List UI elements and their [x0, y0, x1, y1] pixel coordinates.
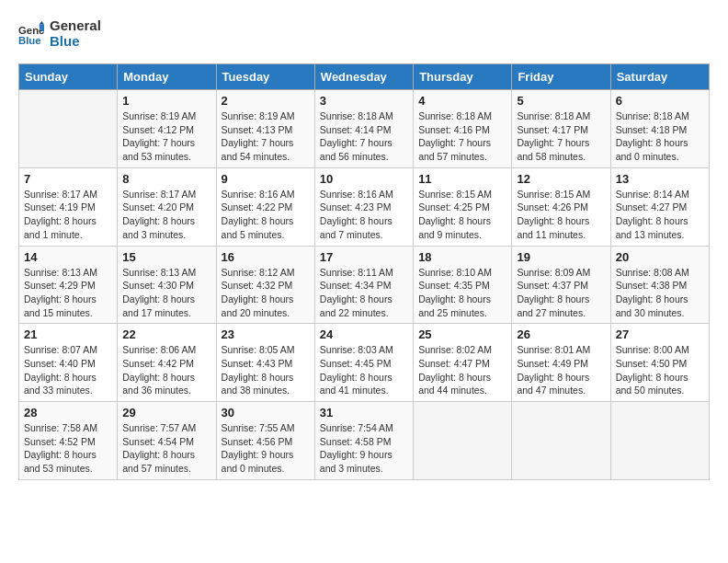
day-info: Sunrise: 7:54 AMSunset: 4:58 PMDaylight:… — [320, 422, 393, 474]
calendar-cell: 24 Sunrise: 8:03 AMSunset: 4:45 PMDaylig… — [314, 324, 413, 402]
day-number: 18 — [418, 250, 506, 264]
calendar-cell: 1 Sunrise: 8:19 AMSunset: 4:12 PMDayligh… — [118, 90, 216, 168]
calendar-cell: 31 Sunrise: 7:54 AMSunset: 4:58 PMDaylig… — [314, 402, 413, 480]
calendar-week-2: 7 Sunrise: 8:17 AMSunset: 4:19 PMDayligh… — [19, 167, 710, 246]
svg-text:Blue: Blue — [18, 35, 41, 46]
day-number: 26 — [517, 327, 605, 341]
day-number: 29 — [122, 406, 210, 419]
day-number: 5 — [517, 94, 605, 108]
logo: General Blue General Blue — [18, 18, 101, 49]
day-info: Sunrise: 8:00 AMSunset: 4:50 PMDaylight:… — [616, 344, 689, 396]
calendar-cell: 3 Sunrise: 8:18 AMSunset: 4:14 PMDayligh… — [314, 90, 413, 168]
day-number: 19 — [517, 250, 605, 264]
calendar-cell: 14 Sunrise: 8:13 AMSunset: 4:29 PMDaylig… — [19, 246, 118, 324]
calendar-cell: 6 Sunrise: 8:18 AMSunset: 4:18 PMDayligh… — [610, 90, 709, 168]
calendar-cell — [512, 402, 610, 480]
day-info: Sunrise: 8:17 AMSunset: 4:20 PMDaylight:… — [122, 189, 196, 240]
day-info: Sunrise: 8:06 AMSunset: 4:42 PMDaylight:… — [122, 344, 196, 396]
calendar-cell: 13 Sunrise: 8:14 AMSunset: 4:27 PMDaylig… — [610, 167, 709, 246]
calendar-cell: 5 Sunrise: 8:18 AMSunset: 4:17 PMDayligh… — [512, 90, 610, 168]
calendar-cell: 21 Sunrise: 8:07 AMSunset: 4:40 PMDaylig… — [19, 324, 118, 402]
calendar-cell: 7 Sunrise: 8:17 AMSunset: 4:19 PMDayligh… — [19, 167, 118, 246]
day-number: 8 — [122, 172, 210, 186]
day-info: Sunrise: 8:18 AMSunset: 4:16 PMDaylight:… — [418, 110, 492, 162]
day-info: Sunrise: 8:02 AMSunset: 4:47 PMDaylight:… — [418, 344, 492, 396]
day-number: 7 — [24, 172, 112, 186]
calendar-cell — [414, 402, 512, 480]
day-number: 27 — [616, 327, 704, 341]
day-info: Sunrise: 8:18 AMSunset: 4:18 PMDaylight:… — [616, 110, 689, 162]
day-info: Sunrise: 8:18 AMSunset: 4:17 PMDaylight:… — [517, 110, 590, 162]
calendar-cell: 10 Sunrise: 8:16 AMSunset: 4:23 PMDaylig… — [314, 167, 413, 246]
day-number: 1 — [122, 94, 210, 108]
day-number: 11 — [418, 172, 506, 186]
day-number: 2 — [222, 94, 310, 108]
day-number: 21 — [24, 327, 112, 341]
calendar-cell: 23 Sunrise: 8:05 AMSunset: 4:43 PMDaylig… — [216, 324, 314, 402]
day-number: 17 — [320, 250, 408, 264]
logo-text-general: General — [50, 18, 101, 34]
day-header-thursday: Thursday — [414, 64, 512, 90]
calendar-cell: 26 Sunrise: 8:01 AMSunset: 4:49 PMDaylig… — [512, 324, 610, 402]
day-info: Sunrise: 8:19 AMSunset: 4:12 PMDaylight:… — [122, 110, 196, 162]
calendar-cell: 15 Sunrise: 8:13 AMSunset: 4:30 PMDaylig… — [118, 246, 216, 324]
day-number: 15 — [122, 250, 210, 264]
day-info: Sunrise: 8:10 AMSunset: 4:35 PMDaylight:… — [418, 267, 492, 318]
day-number: 9 — [222, 172, 310, 186]
day-info: Sunrise: 8:15 AMSunset: 4:26 PMDaylight:… — [517, 189, 590, 240]
day-header-friday: Friday — [512, 64, 610, 90]
calendar-cell: 28 Sunrise: 7:58 AMSunset: 4:52 PMDaylig… — [19, 402, 118, 480]
calendar-cell: 19 Sunrise: 8:09 AMSunset: 4:37 PMDaylig… — [512, 246, 610, 324]
calendar-cell: 4 Sunrise: 8:18 AMSunset: 4:16 PMDayligh… — [414, 90, 512, 168]
day-info: Sunrise: 8:07 AMSunset: 4:40 PMDaylight:… — [24, 344, 97, 396]
day-number: 31 — [320, 406, 408, 419]
day-info: Sunrise: 8:16 AMSunset: 4:23 PMDaylight:… — [320, 189, 393, 240]
day-header-saturday: Saturday — [610, 64, 709, 90]
day-number: 20 — [616, 250, 704, 264]
day-info: Sunrise: 8:05 AMSunset: 4:43 PMDaylight:… — [222, 344, 295, 396]
svg-marker-3 — [40, 21, 44, 25]
day-header-sunday: Sunday — [19, 64, 118, 90]
day-number: 25 — [418, 327, 506, 341]
calendar-cell: 22 Sunrise: 8:06 AMSunset: 4:42 PMDaylig… — [118, 324, 216, 402]
day-number: 13 — [616, 172, 704, 186]
day-info: Sunrise: 7:58 AMSunset: 4:52 PMDaylight:… — [24, 422, 97, 474]
day-info: Sunrise: 8:18 AMSunset: 4:14 PMDaylight:… — [320, 110, 393, 162]
day-info: Sunrise: 8:15 AMSunset: 4:25 PMDaylight:… — [418, 189, 492, 240]
day-number: 10 — [320, 172, 408, 186]
calendar-cell: 9 Sunrise: 8:16 AMSunset: 4:22 PMDayligh… — [216, 167, 314, 246]
calendar-week-1: 1 Sunrise: 8:19 AMSunset: 4:12 PMDayligh… — [19, 90, 710, 168]
day-number: 6 — [616, 94, 704, 108]
day-info: Sunrise: 8:17 AMSunset: 4:19 PMDaylight:… — [24, 189, 97, 240]
logo-text-blue: Blue — [50, 34, 101, 50]
calendar-table: SundayMondayTuesdayWednesdayThursdayFrid… — [18, 63, 710, 480]
day-number: 28 — [24, 406, 112, 419]
day-info: Sunrise: 8:12 AMSunset: 4:32 PMDaylight:… — [222, 267, 295, 318]
day-info: Sunrise: 8:08 AMSunset: 4:38 PMDaylight:… — [616, 267, 689, 318]
day-header-wednesday: Wednesday — [314, 64, 413, 90]
calendar-cell: 11 Sunrise: 8:15 AMSunset: 4:25 PMDaylig… — [414, 167, 512, 246]
day-info: Sunrise: 8:11 AMSunset: 4:34 PMDaylight:… — [320, 267, 393, 318]
day-number: 23 — [222, 327, 310, 341]
calendar-week-5: 28 Sunrise: 7:58 AMSunset: 4:52 PMDaylig… — [19, 402, 710, 480]
day-number: 30 — [222, 406, 310, 419]
calendar-cell: 25 Sunrise: 8:02 AMSunset: 4:47 PMDaylig… — [414, 324, 512, 402]
calendar-cell — [610, 402, 709, 480]
calendar-cell: 12 Sunrise: 8:15 AMSunset: 4:26 PMDaylig… — [512, 167, 610, 246]
calendar-cell — [19, 90, 118, 168]
day-header-monday: Monday — [118, 64, 216, 90]
calendar-cell: 30 Sunrise: 7:55 AMSunset: 4:56 PMDaylig… — [216, 402, 314, 480]
day-number: 3 — [320, 94, 408, 108]
logo-icon: General Blue — [18, 21, 44, 47]
day-header-tuesday: Tuesday — [216, 64, 314, 90]
day-info: Sunrise: 8:13 AMSunset: 4:30 PMDaylight:… — [122, 267, 196, 318]
day-info: Sunrise: 7:57 AMSunset: 4:54 PMDaylight:… — [122, 422, 196, 474]
day-number: 16 — [222, 250, 310, 264]
calendar-cell: 27 Sunrise: 8:00 AMSunset: 4:50 PMDaylig… — [610, 324, 709, 402]
day-number: 12 — [517, 172, 605, 186]
day-number: 4 — [418, 94, 506, 108]
page-header: General Blue General Blue — [18, 18, 710, 49]
day-info: Sunrise: 8:16 AMSunset: 4:22 PMDaylight:… — [222, 189, 295, 240]
calendar-cell: 17 Sunrise: 8:11 AMSunset: 4:34 PMDaylig… — [314, 246, 413, 324]
calendar-cell: 8 Sunrise: 8:17 AMSunset: 4:20 PMDayligh… — [118, 167, 216, 246]
